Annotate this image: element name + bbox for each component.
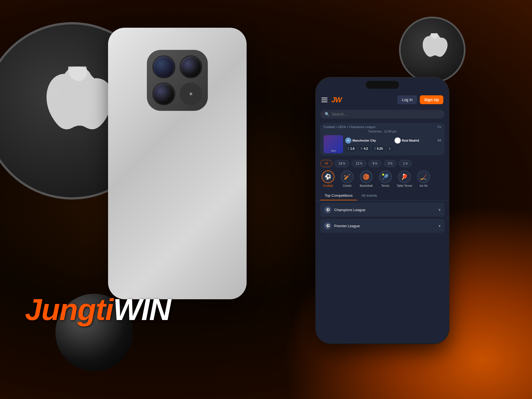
- sport-item-cricket[interactable]: 🏏 Cricket: [339, 170, 355, 187]
- team2-name: Real Madrid: [402, 139, 419, 142]
- apple-logo-small-icon: [416, 33, 449, 66]
- football-icon: ⚽: [322, 170, 334, 183]
- brand-win: WIN: [113, 292, 171, 327]
- match-body: oins M Manchester City R Real Madrid: [320, 134, 444, 155]
- sport-item-basketball[interactable]: 🏀 Basketball: [359, 170, 374, 187]
- competition-item-premier-left: ⚽ Premier League: [324, 222, 360, 229]
- chevron-down-icon-1: ▾: [439, 208, 441, 212]
- time-btn-all[interactable]: All: [320, 160, 332, 167]
- tennis-icon: 🎾: [379, 170, 392, 183]
- brand-jungti: Jungti: [25, 292, 113, 327]
- odd-item-2[interactable]: 2 5.25: [372, 146, 385, 151]
- app-header-left: JW: [321, 96, 342, 104]
- signup-button[interactable]: Sign Up: [420, 95, 443, 104]
- tab-top-competitions[interactable]: Top Competitions: [320, 191, 357, 200]
- camera-lens-2: [180, 55, 203, 78]
- basketball-icon: 🏀: [360, 170, 373, 183]
- match-card[interactable]: Football • UEFA • Champions League Fo To…: [320, 123, 444, 155]
- competition-item-premier-league[interactable]: ⚽ Premier League ▾: [320, 219, 444, 233]
- app-header-right: Log In Sign Up: [397, 95, 443, 104]
- apple-logo-large-icon: [28, 66, 116, 155]
- premier-league-name: Premier League: [334, 224, 360, 228]
- match-odds: 1 1.6 X 4.2 2 5.25 1: [345, 146, 441, 151]
- match-league: Football • UEFA • Champions League: [324, 125, 375, 129]
- team2-logo: R: [395, 137, 401, 144]
- time-btn-1h[interactable]: 1 h: [399, 160, 412, 167]
- time-btn-24h[interactable]: 24 h: [334, 160, 349, 167]
- search-bar[interactable]: 🔍: [320, 110, 444, 119]
- phone-front: JW Log In Sign Up 🔍 Football • UEFA: [316, 78, 449, 344]
- champions-league-icon: ⚽: [324, 206, 331, 213]
- match-header: Football • UEFA • Champions League Fo: [320, 123, 444, 130]
- time-filter: All 24 h 12 h 6 h 3 h 1 h: [316, 158, 449, 169]
- time-btn-6h[interactable]: 6 h: [369, 160, 382, 167]
- sport-item-football[interactable]: ⚽ Football: [320, 170, 336, 187]
- sport-item-tennis[interactable]: 🎾 Tennis: [378, 170, 393, 187]
- app-ui: JW Log In Sign Up 🔍 Football • UEFA: [316, 78, 449, 344]
- sport-item-tabletennis[interactable]: 🏓 Table Tennis: [397, 170, 412, 187]
- search-icon: 🔍: [325, 112, 329, 116]
- camera-lens-3: [152, 83, 175, 106]
- match-teams: M Manchester City R Real Madrid Int: [345, 137, 441, 144]
- team1-logo: M: [345, 137, 351, 144]
- match-time-label: Tomorrow: [368, 130, 381, 133]
- phone-back: [108, 28, 247, 299]
- champions-league-name: Champions League: [334, 208, 365, 212]
- login-button[interactable]: Log In: [397, 95, 417, 104]
- camera-lens-1: [152, 55, 175, 78]
- sports-filter: ⚽ Football 🏏 Cricket 🏀 Basketball 🎾 Tenn…: [316, 169, 449, 189]
- jw-logo: JW: [331, 96, 342, 104]
- time-btn-3h[interactable]: 3 h: [384, 160, 397, 167]
- int-label: Int: [438, 139, 441, 142]
- odd-item-extra[interactable]: 1: [387, 146, 393, 151]
- sport-item-icehockey[interactable]: 🏒 Ice Ho: [416, 170, 431, 187]
- competition-item-champions-left: ⚽ Champions League: [324, 206, 365, 213]
- phone-notch: [366, 81, 399, 89]
- camera-module: [147, 50, 208, 111]
- ice-hockey-icon: 🏒: [417, 170, 430, 183]
- match-info: M Manchester City R Real Madrid Int: [345, 137, 441, 151]
- team1-container: M Manchester City: [345, 137, 376, 144]
- premier-league-icon: ⚽: [324, 222, 331, 229]
- brand-text-container: Jungti WIN: [25, 292, 171, 327]
- odd-item-1[interactable]: 1 1.6: [345, 146, 357, 151]
- team1-name: Manchester City: [352, 139, 376, 142]
- tab-all-events[interactable]: All events: [357, 191, 381, 200]
- search-input[interactable]: [332, 112, 440, 116]
- apple-circle-small: [399, 17, 466, 83]
- time-btn-12h[interactable]: 12 h: [352, 160, 366, 167]
- competition-item-champions-league[interactable]: ⚽ Champions League ▾: [320, 203, 444, 217]
- odd-item-x[interactable]: X 4.2: [358, 146, 370, 151]
- match-time-value: 11:00 pm: [384, 130, 397, 133]
- more-label: Fo: [438, 125, 441, 129]
- camera-flash: [180, 83, 203, 106]
- table-tennis-icon: 🏓: [398, 170, 411, 183]
- team2-container: R Real Madrid: [395, 137, 419, 144]
- cricket-icon: 🏏: [341, 170, 354, 183]
- app-header: JW Log In Sign Up: [316, 91, 449, 108]
- match-thumbnail: oins: [324, 135, 343, 153]
- competition-tabs: Top Competitions All events: [316, 189, 449, 201]
- phone-screen: JW Log In Sign Up 🔍 Football • UEFA: [316, 78, 449, 344]
- competition-list: ⚽ Champions League ▾ ⚽ Premier League ▾: [316, 201, 449, 344]
- chevron-down-icon-2: ▾: [439, 224, 441, 228]
- hamburger-menu-icon[interactable]: [321, 98, 328, 102]
